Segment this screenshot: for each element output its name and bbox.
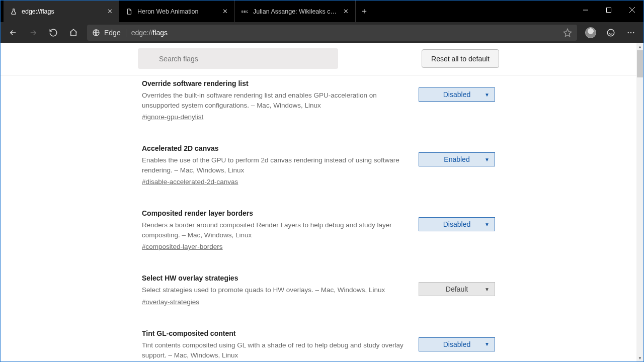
svg-point-5	[607, 29, 614, 36]
flag-description: Renders a border around composited Rende…	[142, 220, 407, 240]
flask-icon	[10, 8, 18, 16]
flag-select[interactable]: Disabled▼	[419, 87, 495, 102]
edge-icon	[92, 29, 100, 37]
flag-row: Composited render layer bordersRenders a…	[142, 209, 495, 274]
close-icon[interactable]: ✕	[342, 8, 349, 15]
flag-anchor-link[interactable]: #overlay-strategies	[142, 298, 199, 306]
flag-select[interactable]: Default▼	[419, 282, 495, 296]
flag-title: Override software rendering list	[142, 79, 407, 87]
svg-rect-1	[607, 8, 611, 12]
flag-row: Tint GL-composited contentTint contents …	[142, 329, 495, 361]
close-window-button[interactable]	[620, 3, 643, 18]
tab-heron[interactable]: Heron Web Animation ✕	[119, 1, 235, 22]
new-tab-button[interactable]: ＋	[356, 1, 373, 22]
flag-description: Enables the use of the GPU to perform 2d…	[142, 155, 407, 175]
flag-select[interactable]: Disabled▼	[419, 337, 495, 351]
close-icon[interactable]: ✕	[221, 8, 228, 15]
toolbar: Edge edge://flags	[1, 22, 643, 43]
flag-title: Accelerated 2D canvas	[142, 144, 407, 152]
scroll-up-button[interactable]: ▲	[636, 43, 643, 50]
flag-select-value: Disabled	[443, 90, 470, 99]
tab-title: Heron Web Animation	[137, 8, 217, 15]
svg-point-8	[633, 32, 634, 33]
maximize-button[interactable]	[597, 3, 620, 18]
home-button[interactable]	[64, 23, 83, 42]
flag-title: Composited render layer borders	[142, 209, 407, 217]
flag-select-value: Enabled	[444, 155, 469, 163]
scroll-thumb[interactable]	[637, 50, 643, 77]
url-text: edge://flags	[131, 29, 168, 37]
refresh-button[interactable]	[44, 23, 63, 42]
forward-button[interactable]	[24, 23, 43, 42]
favorite-icon[interactable]	[563, 28, 572, 37]
flag-title: Select HW overlay strategies	[142, 274, 407, 282]
back-button[interactable]	[4, 23, 23, 42]
tab-title: Julian Assange: Wikileaks co-fou	[253, 8, 338, 15]
svg-point-6	[628, 32, 629, 33]
flag-row: Accelerated 2D canvasEnables the use of …	[142, 144, 495, 209]
chevron-down-icon: ▼	[485, 287, 490, 292]
chevron-down-icon: ▼	[485, 222, 490, 227]
flag-row: Select HW overlay strategiesSelect strat…	[142, 274, 495, 329]
scroll-down-button[interactable]: ▼	[636, 354, 643, 361]
profile-button[interactable]	[581, 23, 600, 42]
flag-select-value: Default	[446, 285, 468, 293]
flag-row: Override software rendering listOverride…	[142, 79, 495, 144]
flag-description: Overrides the built-in software renderin…	[142, 90, 407, 110]
site-identity[interactable]: Edge	[92, 29, 126, 37]
flag-select[interactable]: Enabled▼	[419, 152, 495, 166]
feedback-button[interactable]	[601, 23, 620, 42]
chevron-down-icon: ▼	[485, 157, 490, 162]
tab-bbc[interactable]: BBC Julian Assange: Wikileaks co-fou ✕	[235, 1, 356, 22]
menu-button[interactable]	[621, 23, 640, 42]
flag-anchor-link[interactable]: #ignore-gpu-denylist	[142, 113, 203, 121]
titlebar: edge://flags ✕ Heron Web Animation ✕ BBC…	[1, 1, 643, 22]
tab-strip: edge://flags ✕ Heron Web Animation ✕ BBC…	[1, 1, 574, 22]
flag-anchor-link[interactable]: #disable-accelerated-2d-canvas	[142, 178, 238, 186]
close-icon[interactable]: ✕	[106, 8, 113, 15]
tab-title: edge://flags	[22, 8, 102, 15]
flag-anchor-link[interactable]: #composited-layer-borders	[142, 243, 223, 250]
page-icon	[125, 8, 133, 16]
identity-label: Edge	[104, 29, 121, 37]
avatar-icon	[585, 27, 596, 38]
window-controls	[574, 1, 643, 22]
flag-description: Select strategies used to promote quads …	[142, 285, 407, 295]
minimize-button[interactable]	[574, 3, 597, 18]
flag-select-value: Disabled	[443, 220, 470, 228]
chevron-down-icon: ▼	[485, 92, 490, 98]
flag-description: Tint contents composited using GL with a…	[142, 340, 407, 360]
vertical-scrollbar[interactable]: ▲ ▼	[636, 43, 643, 361]
bbc-icon: BBC	[241, 9, 249, 15]
page-content: Reset all to default Override software r…	[1, 43, 636, 361]
flag-select-value: Disabled	[443, 340, 470, 348]
tab-flags[interactable]: edge://flags ✕	[4, 1, 119, 22]
svg-point-7	[630, 32, 631, 33]
search-input[interactable]	[138, 48, 338, 69]
flag-title: Tint GL-composited content	[142, 329, 407, 337]
flag-select[interactable]: Disabled▼	[419, 217, 495, 231]
reset-all-button[interactable]: Reset all to default	[422, 49, 499, 68]
address-bar[interactable]: Edge edge://flags	[87, 25, 577, 41]
chevron-down-icon: ▼	[485, 341, 490, 347]
